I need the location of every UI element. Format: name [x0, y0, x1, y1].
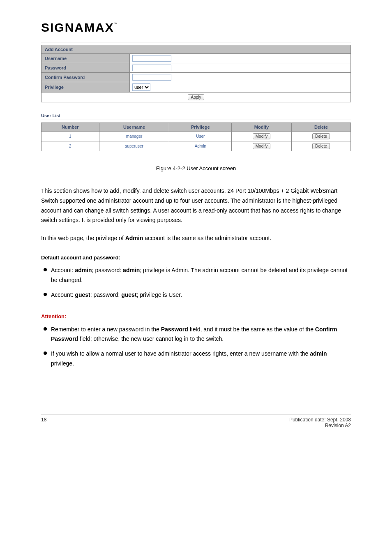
password-label: Password [42, 63, 130, 73]
delete-button[interactable]: Delete [312, 143, 330, 149]
add-account-form: Add Account Username Password Confirm Pa… [41, 45, 351, 102]
row-number[interactable]: 2 [69, 144, 71, 148]
privilege-label: Privilege [42, 82, 130, 92]
col-privilege: Privilege [169, 123, 232, 132]
user-list-table: Number Username Privilege Modify Delete … [41, 123, 351, 151]
modify-button[interactable]: Modify [253, 133, 270, 139]
username-label: Username [42, 54, 130, 63]
page-number: 18 [41, 417, 46, 428]
row-username[interactable]: manager [126, 134, 142, 139]
list-item: Remember to enter a new password in the … [42, 325, 351, 345]
list-item: Account: guest; password: guest; privile… [42, 290, 351, 300]
form-header: Add Account [42, 45, 351, 54]
password-input[interactable] [132, 65, 171, 71]
row-number[interactable]: 1 [69, 134, 71, 139]
intro-para-1: This section shows how to add, modify, a… [41, 186, 351, 225]
brand-text: SIGNAMAX [41, 21, 114, 34]
figure-caption: Figure 4-2-2 User Account screen [41, 165, 351, 171]
modify-button[interactable]: Modify [253, 143, 270, 149]
table-row: 2 superuser Admin Modify Delete [42, 141, 351, 151]
col-modify: Modify [232, 123, 292, 132]
top-divider [41, 42, 351, 42]
apply-button[interactable]: Apply [188, 94, 204, 100]
row-privilege[interactable]: Admin [195, 144, 206, 148]
col-username: Username [99, 123, 169, 132]
table-row: 1 manager User Modify Delete [42, 132, 351, 141]
footer-right: Publication date: Sept, 2008 Revision A2 [289, 417, 351, 428]
row-username[interactable]: superuser [125, 144, 143, 148]
trademark: ™ [114, 22, 118, 26]
col-number: Number [42, 123, 99, 132]
user-list-title: User List [41, 113, 351, 118]
confirm-password-label: Confirm Password [42, 73, 130, 82]
delete-button[interactable]: Delete [312, 133, 330, 139]
privilege-select[interactable]: user [132, 83, 150, 91]
body-text: This section shows how to add, modify, a… [41, 186, 351, 369]
attention-heading: Attention: [41, 312, 351, 321]
intro-para-2: In this web page, the privilege of Admin… [41, 234, 351, 243]
list-item: Account: admin; password: admin; privile… [42, 266, 351, 285]
attention-list: Remember to enter a new password in the … [41, 325, 351, 369]
username-input[interactable] [132, 55, 171, 62]
list-item: If you wish to allow a normal user to ha… [42, 349, 351, 369]
default-heading: Default account and password: [41, 253, 351, 262]
col-delete: Delete [291, 123, 350, 132]
page-footer: 18 Publication date: Sept, 2008 Revision… [41, 414, 351, 428]
confirm-password-input[interactable] [132, 74, 171, 81]
row-privilege[interactable]: User [196, 134, 205, 139]
brand-logo: SIGNAMAX™ [41, 21, 351, 35]
default-accounts-list: Account: admin; password: admin; privile… [41, 266, 351, 300]
